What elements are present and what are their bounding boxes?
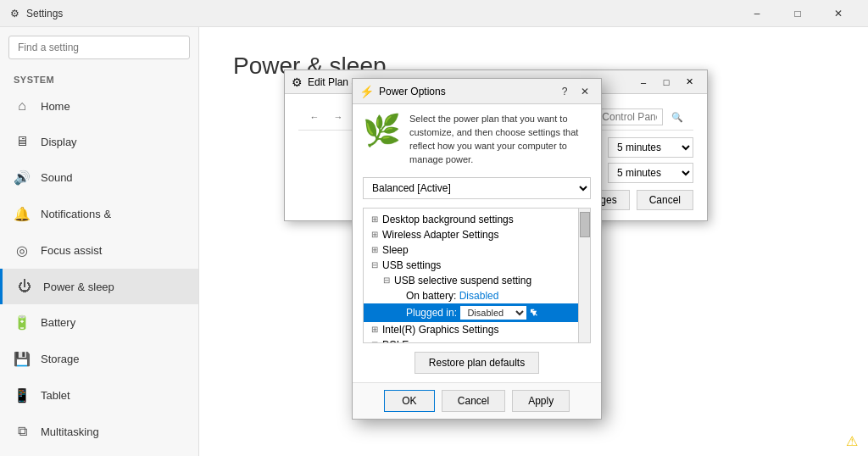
expand-icon: ⊞ <box>369 245 381 254</box>
sidebar-item-projecting[interactable]: 📽 Projecting to th... <box>0 449 198 456</box>
po-apply-button[interactable]: Apply <box>512 390 570 412</box>
power-icon: ⏻ <box>16 279 33 294</box>
turn-off-display-dropdown[interactable]: 5 minutes <box>608 137 693 158</box>
home-icon: ⌂ <box>14 98 31 114</box>
edit-plan-close[interactable]: ✕ <box>678 75 700 90</box>
multitasking-icon: ⧉ <box>14 424 31 439</box>
display-icon: 🖥 <box>14 134 31 149</box>
sidebar-label-notifications: Notifications & <box>41 208 111 220</box>
edit-plan-maximize[interactable]: □ <box>655 75 677 90</box>
tree-label: PCI Express <box>382 339 439 343</box>
tree-item-usb-suspend[interactable]: ⊟ USB selective suspend setting <box>364 273 590 288</box>
expand-icon: ⊞ <box>369 325 381 334</box>
sidebar: System ⌂ Home 🖥 Display 🔊 Sound 🔔 Notifi… <box>0 27 199 456</box>
po-description: Select the power plan that you want to c… <box>409 113 591 167</box>
close-button[interactable]: ✕ <box>819 0 858 27</box>
sidebar-label-multitasking: Multitasking <box>41 425 99 438</box>
po-close-button[interactable]: ✕ <box>576 82 594 101</box>
po-ok-button[interactable]: OK <box>384 390 435 412</box>
plugged-in-dropdown[interactable]: Disabled <box>459 305 527 320</box>
expand-icon: ⊞ <box>369 214 381 224</box>
sidebar-item-notifications[interactable]: 🔔 Notifications & <box>0 196 198 232</box>
sidebar-label-sound: Sound <box>41 171 73 184</box>
tree-item-sleep[interactable]: ⊞ Sleep <box>364 242 590 258</box>
po-footer: OK Cancel Apply <box>353 382 601 419</box>
sidebar-item-focus[interactable]: ◎ Focus assist <box>0 232 198 269</box>
sound-icon: 🔊 <box>14 170 31 186</box>
settings-title: Settings <box>26 8 63 19</box>
tree-scrollbar-thumb[interactable] <box>580 212 590 237</box>
taskbar-warning-icon: ⚠ <box>846 433 858 449</box>
tree-item-plugged-in[interactable]: Plugged in: Disabled ▼ ↖ <box>364 303 590 322</box>
sidebar-item-display[interactable]: 🖥 Display <box>0 124 198 159</box>
sidebar-label-display: Display <box>41 136 77 148</box>
sidebar-item-home[interactable]: ⌂ Home <box>0 88 198 124</box>
address-search-button[interactable]: 🔍 <box>668 108 687 126</box>
tree-item-intel[interactable]: ⊞ Intel(R) Graphics Settings <box>364 322 590 337</box>
sidebar-label-power: Power & sleep <box>43 281 114 293</box>
main-content: Power & sleep ⚙ Edit Plan Settings – □ ✕… <box>199 27 868 456</box>
notifications-icon: 🔔 <box>14 206 31 222</box>
edit-plan-cancel-button[interactable]: Cancel <box>637 190 693 210</box>
settings-icon: ⚙ <box>10 8 19 19</box>
tree-label: Sleep <box>382 244 409 256</box>
settings-titlebar: ⚙ Settings – □ ✕ <box>0 0 868 27</box>
system-section-label: System <box>0 68 198 88</box>
sidebar-item-battery[interactable]: 🔋 Battery <box>0 304 198 341</box>
restore-plan-button[interactable]: Restore plan defaults <box>415 352 539 374</box>
sidebar-item-power[interactable]: ⏻ Power & sleep <box>0 269 198 304</box>
sidebar-label-battery: Battery <box>41 316 75 329</box>
storage-icon: 💾 <box>14 351 31 367</box>
forward-button[interactable]: → <box>329 108 348 126</box>
tree-item-pci[interactable]: ⊞ PCI Express <box>364 337 590 343</box>
focus-icon: ◎ <box>14 242 31 259</box>
expand-icon: ⊟ <box>381 275 392 285</box>
search-input[interactable] <box>8 36 190 59</box>
battery-icon: 🔋 <box>14 314 31 331</box>
back-button[interactable]: ← <box>305 108 324 126</box>
po-plan-dropdown[interactable]: Balanced [Active] <box>363 177 591 199</box>
tree-label: USB settings <box>382 259 441 271</box>
sidebar-item-storage[interactable]: 💾 Storage <box>0 341 198 377</box>
tree-view[interactable]: ⊞ Desktop background settings ⊞ Wireless… <box>363 208 591 343</box>
po-plant-icon: 🌿 <box>363 113 401 148</box>
tablet-icon: 📱 <box>14 387 31 403</box>
po-help-button[interactable]: ? <box>555 82 574 101</box>
edit-plan-minimize[interactable]: – <box>632 75 654 90</box>
edit-plan-titlebar-icon: ⚙ <box>292 75 303 89</box>
power-options-dialog: ⚡ Power Options ? ✕ 🌿 Select the power p… <box>352 78 602 420</box>
tree-label: Intel(R) Graphics Settings <box>382 324 498 336</box>
sidebar-label-home: Home <box>41 100 70 113</box>
po-title: Power Options <box>379 86 446 97</box>
sidebar-item-sound[interactable]: 🔊 Sound <box>0 159 198 196</box>
po-titlebar: ⚡ Power Options ? ✕ <box>353 79 601 104</box>
po-titlebar-icon: ⚡ <box>359 85 374 98</box>
sidebar-item-multitasking[interactable]: ⧉ Multitasking <box>0 414 198 449</box>
tree-item-desktop-bg[interactable]: ⊞ Desktop background settings <box>364 212 590 227</box>
expand-icon: ⊞ <box>369 340 381 343</box>
tree-label: On battery: Disabled <box>406 290 498 302</box>
expand-icon: ⊟ <box>369 260 381 270</box>
dropdown-arrow-icon: ▼ <box>529 308 538 318</box>
tree-scrollbar[interactable] <box>578 209 590 342</box>
sidebar-label-focus: Focus assist <box>41 244 102 257</box>
expand-icon: ⊞ <box>369 230 381 239</box>
sidebar-item-tablet[interactable]: 📱 Tablet <box>0 377 198 414</box>
tree-item-wireless[interactable]: ⊞ Wireless Adapter Settings <box>364 227 590 242</box>
minimize-button[interactable]: – <box>737 0 776 27</box>
sidebar-label-storage: Storage <box>41 353 80 365</box>
po-cancel-button[interactable]: Cancel <box>442 390 505 412</box>
sleep-after-dropdown[interactable]: 5 minutes <box>608 163 693 183</box>
tree-label: USB selective suspend setting <box>394 275 531 286</box>
tree-item-usb-settings[interactable]: ⊟ USB settings <box>364 258 590 273</box>
sidebar-label-tablet: Tablet <box>41 389 70 402</box>
tree-item-on-battery[interactable]: On battery: Disabled <box>364 288 590 303</box>
tree-label: Desktop background settings <box>382 214 514 225</box>
maximize-button[interactable]: □ <box>778 0 817 27</box>
tree-label-plugged: Plugged in: <box>406 307 459 319</box>
tree-label: Wireless Adapter Settings <box>382 229 498 241</box>
